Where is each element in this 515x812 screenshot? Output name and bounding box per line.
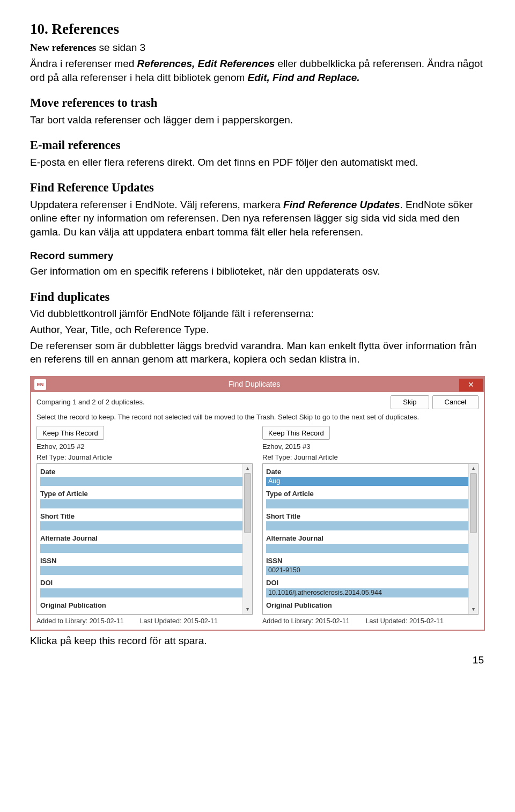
duplicate-pane-right: Keep This Record Ezhov, 2015 #3 Ref Type…	[262, 426, 479, 625]
field-value[interactable]	[40, 477, 242, 486]
duplicate-pane-left: Keep This Record Ezhov, 2015 #2 Ref Type…	[36, 426, 253, 625]
page-number: 15	[30, 653, 485, 667]
scroll-thumb[interactable]	[244, 473, 251, 533]
scroll-down-icon[interactable]: ▾	[469, 605, 478, 614]
scrollbar[interactable]: ▴ ▾	[468, 464, 478, 614]
field-value[interactable]	[40, 588, 242, 597]
last-updated: Last Updated: 2015-02-11	[366, 617, 444, 626]
field-listbox[interactable]: Date Type of Article Short Title Alterna…	[36, 463, 253, 615]
field-value[interactable]	[40, 544, 242, 553]
dialog-titlebar[interactable]: EN Find Duplicates ✕	[31, 377, 484, 392]
field-label: ISSN	[40, 554, 242, 566]
record-id: Ezhov, 2015 #2	[36, 442, 253, 452]
field-value[interactable]	[40, 499, 242, 508]
body-text: De referenser som är dubbletter läggs br…	[30, 339, 485, 366]
field-value[interactable]	[40, 566, 242, 575]
last-updated: Last Updated: 2015-02-11	[140, 617, 218, 626]
find-duplicates-dialog: EN Find Duplicates ✕ Comparing 1 and 2 o…	[30, 376, 485, 631]
field-label: Type of Article	[40, 487, 242, 499]
field-value[interactable]	[266, 499, 468, 508]
text: Uppdatera referenser i EndNote. Välj ref…	[30, 199, 283, 210]
field-label: DOI	[40, 576, 242, 588]
keep-this-record-button[interactable]: Keep This Record	[36, 426, 104, 440]
body-text: New references se sidan 3	[30, 41, 485, 55]
keep-this-record-button[interactable]: Keep This Record	[262, 426, 330, 440]
field-label: Short Title	[40, 510, 242, 521]
close-icon[interactable]: ✕	[459, 379, 483, 392]
section-heading: 10. References	[30, 19, 485, 39]
field-label: Original Publication	[266, 599, 468, 610]
menu-path: Find Reference Updates	[283, 199, 400, 210]
added-to-library: Added to Library: 2015-02-11	[36, 617, 124, 626]
field-value[interactable]	[266, 521, 468, 530]
body-text: Tar bort valda referenser och lägger dem…	[30, 113, 485, 127]
skip-button[interactable]: Skip	[391, 395, 429, 409]
field-value[interactable]	[40, 521, 242, 530]
app-icon: EN	[34, 379, 46, 390]
added-to-library: Added to Library: 2015-02-11	[262, 617, 350, 626]
subheading-inline: New references	[30, 42, 96, 53]
field-label: ISSN	[266, 554, 468, 566]
field-label: Date	[266, 465, 468, 477]
field-label: Original Publication	[40, 599, 242, 610]
instruction-text: Select the record to keep. The record no…	[36, 412, 479, 422]
field-value[interactable]: 0021-9150	[266, 566, 468, 575]
record-reftype: Ref Type: Journal Article	[262, 453, 479, 462]
scroll-up-icon[interactable]: ▴	[469, 464, 478, 473]
field-label: DOI	[266, 576, 468, 588]
field-label: Short Title	[266, 510, 468, 521]
body-text: Ger information om en specifik referens …	[30, 264, 485, 278]
field-value[interactable]: Aug	[266, 477, 468, 486]
body-text: Ändra i referenser med References, Edit …	[30, 57, 485, 84]
body-text: E-posta en eller flera referens direkt. …	[30, 156, 485, 169]
comparing-text: Comparing 1 and 2 of 2 duplicates.	[36, 397, 387, 407]
dialog-title: Find Duplicates	[49, 379, 459, 389]
field-value[interactable]	[266, 544, 468, 553]
menu-path: References, Edit References	[137, 58, 275, 69]
body-text: Uppdatera referenser i EndNote. Välj ref…	[30, 198, 485, 239]
body-text: Klicka på keep this record för att spara…	[30, 634, 485, 648]
subsection-heading: E-mail references	[30, 137, 485, 153]
field-label: Alternate Journal	[40, 532, 242, 543]
body-text: Record summery	[30, 249, 485, 263]
subsection-heading: Find duplicates	[30, 289, 485, 305]
body-text: Author, Year, Title, och Reference Type.	[30, 323, 485, 337]
text: se sidan 3	[96, 42, 145, 53]
body-text: Vid dubblettkontroll jämför EndNote följ…	[30, 307, 485, 321]
record-id: Ezhov, 2015 #3	[262, 442, 479, 452]
field-listbox[interactable]: Date Aug Type of Article Short Title Alt…	[262, 463, 479, 615]
record-reftype: Ref Type: Journal Article	[36, 453, 253, 462]
scroll-thumb[interactable]	[470, 473, 477, 533]
scroll-up-icon[interactable]: ▴	[243, 464, 252, 473]
scroll-down-icon[interactable]: ▾	[243, 605, 252, 614]
subsection-heading: Find Reference Updates	[30, 180, 485, 196]
text: Ändra i referenser med	[30, 58, 137, 69]
scrollbar[interactable]: ▴ ▾	[242, 464, 252, 614]
field-label: Date	[40, 465, 242, 477]
subsection-heading: Move references to trash	[30, 95, 485, 111]
field-label: Alternate Journal	[266, 532, 468, 543]
menu-path: Edit, Find and Replace.	[248, 72, 360, 83]
field-label: Type of Article	[266, 487, 468, 499]
cancel-button[interactable]: Cancel	[432, 395, 479, 409]
subheading-inline: Record summery	[30, 250, 113, 261]
field-value[interactable]: 10.1016/j.atherosclerosis.2014.05.944	[266, 588, 468, 597]
